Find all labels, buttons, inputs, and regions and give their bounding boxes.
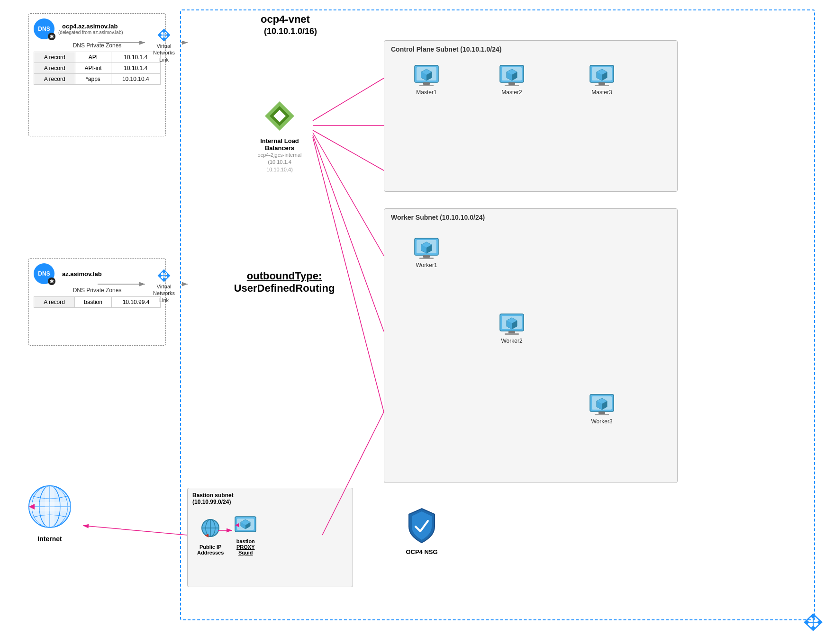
svg-rect-87 <box>29 502 71 511</box>
record-type: A record <box>34 63 75 74</box>
dns-record-row: A record API 10.10.1.4 <box>34 52 161 63</box>
bastion-proxy-icon <box>233 512 258 537</box>
nsg-container: OCP4 NSG <box>393 507 450 555</box>
worker1-node: Worker1 <box>413 237 440 268</box>
svg-marker-92 <box>811 614 816 619</box>
vnet-link-bottom: VirtualNetworksLink <box>147 269 181 304</box>
record-ip: 10.10.10.4 <box>111 74 160 85</box>
public-ip-container: Public IPAddresses <box>197 518 224 555</box>
vnet-title: ocp4-vnet <box>261 13 310 26</box>
nsg-label: OCP4 NSG <box>393 548 450 555</box>
dns-label-bottom: DNS Private Zones <box>29 286 165 296</box>
vnet-link-label-bottom: VirtualNetworksLink <box>147 283 181 304</box>
record-name: API-int <box>75 63 111 74</box>
internet-label: Internet <box>19 535 81 543</box>
master2-icon <box>498 64 526 87</box>
ilb-icon <box>263 99 296 133</box>
vnet-link-label-top: VirtualNetworksLink <box>147 43 181 63</box>
record-name: *apps <box>75 74 111 85</box>
worker3-label: Worker3 <box>591 418 612 425</box>
dns-record-row: A record bastion 10.10.99.4 <box>34 297 161 308</box>
dns-domain-bottom: az.asimov.lab <box>62 270 102 277</box>
dns-record-row: A record API-int 10.10.1.4 <box>34 63 161 74</box>
control-plane-title: Control Plane Subnet (10.10.1.0/24) <box>384 41 677 56</box>
master1-icon <box>413 64 440 87</box>
dns-record-row: A record *apps 10.10.10.4 <box>34 74 161 85</box>
public-ip-label: Public IPAddresses <box>197 544 224 555</box>
master2-label: Master2 <box>501 89 522 96</box>
ilb-container: Internal LoadBalancers ocp4-2jgcs-intern… <box>246 99 313 173</box>
svg-marker-11 <box>162 277 166 281</box>
bastion-subnet-box: Bastion subnet(10.10.99.0/24) Public IPA… <box>187 488 353 587</box>
bastion-subnet-title: Bastion subnet(10.10.99.0/24) <box>188 488 353 507</box>
record-name: bastion <box>75 297 112 308</box>
bastion-nodes: Public IPAddresses bastionPROXYSquid <box>188 507 353 560</box>
dns-box-bottom: DNS ✱ az.asimov.lab DNS Private Zones A … <box>28 258 166 346</box>
dns-domain-top: ocp4.az.asimov.lab <box>62 23 123 30</box>
bastion-proxy-container: bastionPROXYSquid <box>233 512 258 555</box>
worker1-label: Worker1 <box>416 262 437 268</box>
worker1-icon <box>413 237 440 260</box>
svg-marker-5 <box>158 33 162 37</box>
svg-rect-43 <box>595 85 609 86</box>
svg-marker-6 <box>166 33 170 37</box>
svg-marker-95 <box>817 620 822 625</box>
svg-rect-42 <box>598 82 605 85</box>
internet-icon <box>26 483 73 530</box>
vnet-link-icon-bottom <box>155 269 172 282</box>
nsg-shield-icon <box>405 507 438 545</box>
svg-marker-4 <box>162 37 166 41</box>
ilb-sublabel: ocp4-2jgcs-internal(10.10.1.410.10.10.4) <box>246 152 313 173</box>
svg-rect-59 <box>505 333 519 335</box>
worker2-label: Worker2 <box>501 338 522 344</box>
vnet-subtitle: (10.10.1.0/16) <box>264 27 317 36</box>
dns-icon-top: DNS ✱ <box>34 18 54 39</box>
internet-container: Internet <box>19 483 81 543</box>
record-type: A record <box>34 74 75 85</box>
bottom-right-vnet-icon <box>801 613 825 634</box>
outbound-line2: UserDefinedRouting <box>208 282 360 295</box>
dns-records-top: A record API 10.10.1.4 A record API-int … <box>34 52 161 85</box>
svg-line-109 <box>83 526 187 535</box>
record-ip: 10.10.1.4 <box>111 63 160 74</box>
record-name: API <box>75 52 111 63</box>
dns-label-top: DNS Private Zones <box>29 41 165 52</box>
svg-marker-10 <box>162 270 166 274</box>
svg-marker-13 <box>166 274 170 277</box>
master1-node: Master1 <box>413 64 440 96</box>
vnet-link-top: VirtualNetworksLink <box>147 28 181 63</box>
svg-marker-94 <box>805 620 809 625</box>
svg-rect-50 <box>423 255 430 258</box>
worker2-node: Worker2 <box>498 313 526 344</box>
master2-node: Master2 <box>498 64 526 96</box>
dns-records-bottom: A record bastion 10.10.99.4 <box>34 296 161 308</box>
worker-subnet: Worker Subnet (10.10.10.0/24) Worker1 <box>384 208 678 483</box>
svg-marker-93 <box>811 626 816 630</box>
svg-rect-58 <box>508 331 515 333</box>
dns-star-bottom: ✱ <box>48 277 55 285</box>
svg-rect-51 <box>419 258 434 259</box>
dns-star-top: ✱ <box>48 33 55 40</box>
master1-label: Master1 <box>416 89 436 96</box>
svg-marker-12 <box>158 274 162 277</box>
outbound-label: outboundType: UserDefinedRouting <box>208 270 360 295</box>
record-type: A record <box>34 52 75 63</box>
worker2-icon <box>498 313 526 336</box>
dns-delegated-top: (delegated from az.asimov.lab) <box>58 30 123 35</box>
vnet-link-icon-top <box>155 28 172 42</box>
svg-rect-26 <box>423 82 430 85</box>
worker-subnet-title: Worker Subnet (10.10.10.0/24) <box>384 209 677 224</box>
dns-box-top: DNS ✱ ocp4.az.asimov.lab (delegated from… <box>28 13 166 136</box>
record-type: A record <box>34 297 75 308</box>
ilb-label: Internal LoadBalancers <box>246 137 313 152</box>
master3-label: Master3 <box>591 89 612 96</box>
dns-icon-bottom: DNS ✱ <box>34 263 54 284</box>
svg-rect-66 <box>598 411 605 414</box>
worker3-icon <box>588 394 616 416</box>
vnet-icon-br <box>801 613 825 632</box>
worker3-node: Worker3 <box>588 394 616 425</box>
master3-node: Master3 <box>588 64 616 96</box>
bastion-proxy-label: bastionPROXYSquid <box>233 538 258 555</box>
svg-rect-35 <box>505 85 519 86</box>
outbound-line1: outboundType: <box>208 270 360 282</box>
